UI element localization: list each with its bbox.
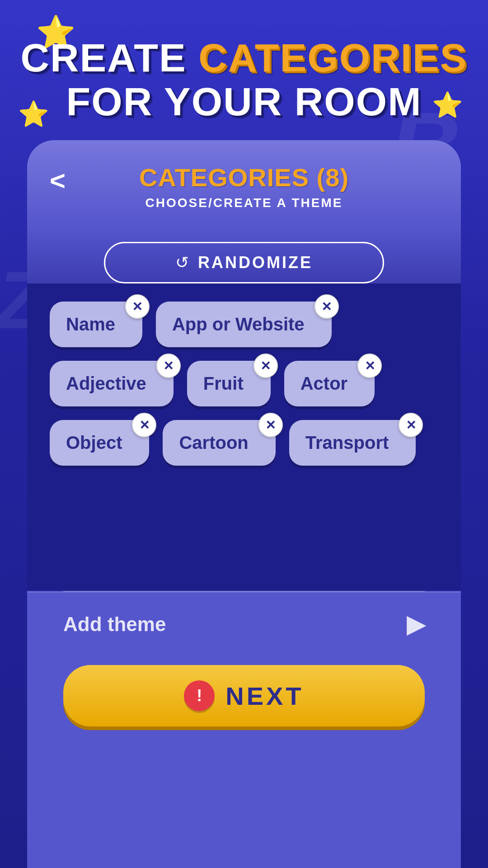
randomize-section: ↺ RANDOMIZE: [27, 228, 461, 283]
header-line1: CREATE CATEGORIES: [0, 36, 488, 80]
chip-label: Object: [66, 433, 122, 453]
chip-label: Transport: [305, 433, 389, 453]
header-line2: FOR YOUR ROOM: [0, 80, 488, 124]
chip-label: App or Website: [172, 314, 305, 334]
category-chip-transport[interactable]: Transport ✕: [289, 420, 416, 466]
category-chip-name[interactable]: Name ✕: [50, 302, 142, 347]
chip-label: Cartoon: [179, 433, 248, 453]
add-theme-section[interactable]: Add theme ▶: [27, 592, 461, 656]
randomize-label: RANDOMIZE: [198, 253, 313, 272]
chip-remove-cartoon[interactable]: ✕: [258, 413, 283, 437]
category-chip-adjective[interactable]: Adjective ✕: [50, 361, 174, 406]
chip-remove-app-or-website[interactable]: ✕: [314, 294, 339, 319]
category-chip-object[interactable]: Object ✕: [50, 420, 149, 466]
chip-remove-name[interactable]: ✕: [125, 294, 150, 319]
category-chip-fruit[interactable]: Fruit ✕: [187, 361, 271, 406]
next-button[interactable]: ! NEXT: [63, 665, 425, 726]
chip-label: Actor: [300, 373, 347, 393]
chip-label: Adjective: [66, 373, 146, 393]
card-subtitle: CHOOSE/CREATE A THEME: [54, 196, 434, 210]
back-button[interactable]: <: [50, 165, 66, 196]
categories-area: Name ✕ App or Website ✕ Adjective ✕ Frui…: [27, 283, 461, 591]
category-chip-actor[interactable]: Actor ✕: [284, 361, 375, 406]
warning-icon-label: !: [197, 686, 202, 705]
next-section: ! NEXT: [27, 656, 461, 749]
category-chip-cartoon[interactable]: Cartoon ✕: [163, 420, 275, 466]
next-button-label: NEXT: [225, 681, 304, 711]
randomize-icon: ↺: [175, 253, 189, 272]
chip-remove-adjective[interactable]: ✕: [156, 354, 181, 378]
randomize-button[interactable]: ↺ RANDOMIZE: [104, 242, 384, 283]
chip-remove-object[interactable]: ✕: [132, 413, 156, 437]
chip-label: Fruit: [203, 373, 244, 393]
page-header: CREATE CATEGORIES FOR YOUR ROOM: [0, 36, 488, 124]
categories-grid: Name ✕ App or Website ✕ Adjective ✕ Frui…: [50, 302, 438, 466]
chip-remove-fruit[interactable]: ✕: [253, 354, 278, 378]
warning-icon: !: [184, 680, 215, 711]
add-theme-label: Add theme: [63, 613, 166, 636]
chip-label: Name: [66, 314, 115, 334]
category-chip-app-or-website[interactable]: App or Website ✕: [156, 302, 332, 347]
header-create-text: CREATE: [20, 35, 198, 80]
chip-remove-actor[interactable]: ✕: [357, 354, 382, 378]
card-header: < CATEGORIES (8) CHOOSE/CREATE A THEME: [27, 140, 461, 228]
main-card: < CATEGORIES (8) CHOOSE/CREATE A THEME ↺…: [27, 140, 461, 868]
chip-remove-transport[interactable]: ✕: [399, 413, 423, 437]
card-title: CATEGORIES (8): [54, 163, 434, 192]
add-theme-arrow-icon: ▶: [407, 611, 425, 638]
header-categories-text: CATEGORIES: [198, 35, 467, 80]
